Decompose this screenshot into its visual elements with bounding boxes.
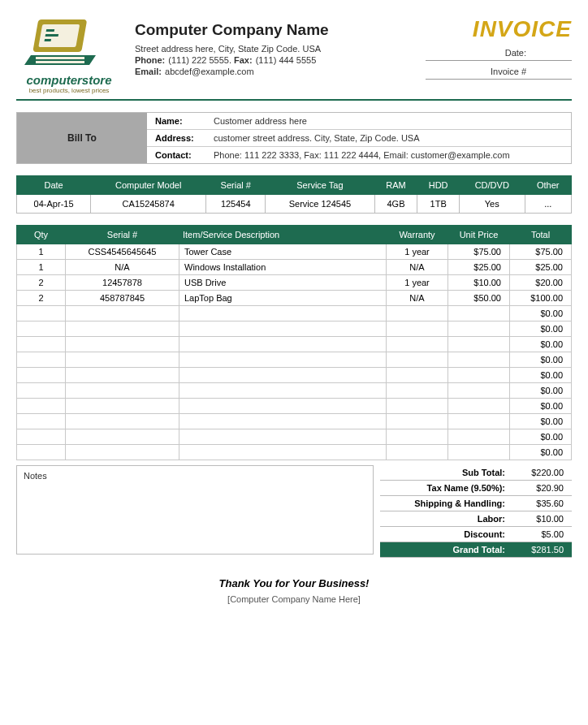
computer-icon	[24, 16, 114, 70]
item-total: $0.00	[510, 368, 572, 383]
item-warranty	[387, 306, 448, 322]
store-tagline: best products, lowest prices	[16, 87, 122, 94]
item-serial	[66, 445, 179, 460]
item-serial	[66, 352, 179, 368]
item-warranty	[387, 322, 448, 337]
item-row: $0.00	[17, 352, 572, 368]
thank-you: Thank You for Your Business!	[16, 577, 572, 589]
items-header-warranty: Warranty	[387, 226, 448, 244]
item-warranty	[387, 383, 448, 399]
company-address: Street address here, City, State Zip Cod…	[135, 44, 413, 54]
item-total: $75.00	[510, 244, 572, 260]
item-total: $0.00	[510, 337, 572, 352]
invoice-title: INVOICE	[426, 16, 572, 42]
item-serial	[66, 399, 179, 414]
item-warranty	[387, 414, 448, 429]
discount-value: $5.00	[512, 527, 572, 542]
grand-total-row: Grand Total: $281.50	[380, 542, 572, 558]
bill-to-contact-label: Contact:	[155, 150, 214, 160]
item-desc	[179, 414, 387, 429]
item-unit	[448, 445, 510, 460]
spec-date: 04-Apr-15	[17, 195, 91, 214]
phone-value: (111) 222 5555.	[168, 55, 231, 65]
item-total: $0.00	[510, 399, 572, 414]
item-warranty	[387, 399, 448, 414]
item-desc	[179, 352, 387, 368]
spec-cddvd: Yes	[459, 195, 525, 214]
item-serial	[66, 306, 179, 322]
grand-total-label: Grand Total:	[380, 542, 512, 557]
invoice-date-label: Date:	[505, 48, 531, 58]
item-unit	[448, 337, 510, 352]
invoice-date-row: Date:	[426, 45, 572, 61]
notes-box[interactable]: Notes	[16, 465, 374, 555]
item-desc	[179, 445, 387, 460]
item-row: $0.00	[17, 383, 572, 399]
tax-row: Tax Name (9.50%): $20.90	[380, 481, 572, 496]
discount-label: Discount:	[380, 527, 512, 542]
spec-serial: 125454	[206, 195, 266, 214]
item-total: $0.00	[510, 429, 572, 445]
item-desc	[179, 306, 387, 322]
item-qty: 1	[17, 244, 66, 260]
item-qty	[17, 445, 66, 460]
invoice-number-row: Invoice #	[426, 64, 572, 80]
item-desc	[179, 399, 387, 414]
email-label: Email:	[135, 67, 162, 76]
svg-rect-5	[36, 57, 84, 59]
bottom-section: Notes Sub Total: $220.00 Tax Name (9.50%…	[16, 465, 572, 558]
invoice-number-label: Invoice #	[491, 67, 531, 76]
tax-label: Tax Name (9.50%):	[380, 481, 512, 495]
item-desc: Tower Case	[179, 244, 387, 260]
item-serial: CSS4545645645	[66, 244, 179, 260]
item-total: $0.00	[510, 352, 572, 368]
svg-rect-6	[36, 61, 84, 63]
spec-header-model: Computer Model	[91, 176, 206, 195]
company-name: Computer Company Name	[135, 21, 413, 39]
labor-row: Labor: $10.00	[380, 511, 572, 527]
item-row: 2458787845LapTop BagN/A$50.00$100.00	[17, 291, 572, 306]
svg-rect-4	[45, 39, 52, 41]
item-warranty: N/A	[387, 260, 448, 275]
item-warranty	[387, 429, 448, 445]
item-qty: 2	[17, 275, 66, 291]
item-unit	[448, 306, 510, 322]
spec-hdd: 1TB	[417, 195, 460, 214]
items-header-row: Qty Serial # Item/Service Description Wa…	[17, 226, 572, 244]
spec-header-other: Other	[525, 176, 571, 195]
item-desc: USB Drive	[179, 275, 387, 291]
item-qty	[17, 337, 66, 352]
item-warranty	[387, 352, 448, 368]
fax-label: Fax:	[234, 55, 253, 65]
company-phone-line: Phone:(111) 222 5555. Fax:(111) 444 5555	[135, 55, 413, 65]
item-total: $0.00	[510, 322, 572, 337]
spec-other: ...	[525, 195, 571, 214]
svg-rect-2	[46, 29, 55, 32]
item-qty	[17, 352, 66, 368]
item-total: $20.00	[510, 275, 572, 291]
totals: Sub Total: $220.00 Tax Name (9.50%): $20…	[380, 465, 572, 558]
item-row: 212457878USB Drive1 year$10.00$20.00	[17, 275, 572, 291]
company-email-line: Email:abcdef@example.com	[135, 67, 413, 76]
header: computerstore best products, lowest pric…	[16, 16, 572, 94]
bill-to-details: Name: Customer address here Address: cus…	[147, 113, 571, 163]
bill-to-address-value: customer street address. City, State, Zi…	[214, 133, 420, 143]
spec-table: Date Computer Model Serial # Service Tag…	[16, 175, 572, 214]
grand-total-value: $281.50	[512, 542, 572, 557]
item-warranty	[387, 337, 448, 352]
subtotal-label: Sub Total:	[380, 465, 512, 480]
items-header-unit: Unit Price	[448, 226, 510, 244]
item-qty	[17, 322, 66, 337]
item-row: $0.00	[17, 337, 572, 352]
notes-label: Notes	[24, 471, 47, 481]
items-header-qty: Qty	[17, 226, 66, 244]
item-unit: $50.00	[448, 291, 510, 306]
bill-to-contact-value: Phone: 111 222 3333, Fax: 111 222 4444, …	[214, 150, 510, 160]
spec-header-date: Date	[17, 176, 91, 195]
item-qty	[17, 383, 66, 399]
spec-header-service-tag: Service Tag	[266, 176, 374, 195]
subtotal-row: Sub Total: $220.00	[380, 465, 572, 481]
item-row: $0.00	[17, 414, 572, 429]
item-row: $0.00	[17, 306, 572, 322]
items-header-desc: Item/Service Description	[179, 226, 387, 244]
